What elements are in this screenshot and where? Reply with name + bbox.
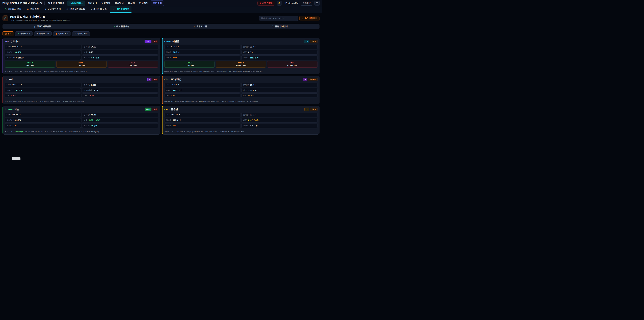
property-value: 완전 혼화 xyxy=(250,56,258,59)
nav-item[interactable]: 긴급구난 xyxy=(86,1,99,6)
property-cell: 분자량:16.04 xyxy=(242,83,318,87)
nav-item[interactable]: 보고자료 xyxy=(100,1,112,6)
bell-icon xyxy=(278,2,280,4)
property-grid: CAS:108-95-2분자량:94.11끓는점:181.7°C비중:1.07 … xyxy=(5,113,158,128)
property-cell: 비중(액체):0.42 xyxy=(242,88,318,93)
card-header: NH₃ 암모니아 G/GD독성 xyxy=(5,40,158,43)
property-cell: 용해도:84 g/L xyxy=(82,123,158,128)
substance-card[interactable]: NH₃ 암모니아 G/GD독성 CAS:7664-41-7분자량:17.03끓는… xyxy=(2,38,160,74)
property-label: CAS: xyxy=(166,114,170,116)
category-item[interactable]: ✎ 주요 물질 특성 xyxy=(82,25,161,28)
menu-button[interactable] xyxy=(314,1,320,6)
page-subtitle: SEBC 거동분류 · CHRIS/CAMEO DB · AEGL/ERPG/I… xyxy=(10,19,70,22)
property-value: N/A (불연) xyxy=(14,56,24,59)
classification-badge: G/GD xyxy=(144,40,151,43)
property-cell: 용해도:매우 높음 xyxy=(82,55,158,60)
app-title: 해양환경 위기대응 통합시스템 xyxy=(10,2,43,5)
search-input[interactable] xyxy=(259,16,298,21)
nav-item[interactable]: HNS·대기확산 xyxy=(67,1,85,6)
page-title: HNS 물질정보 데이터베이스 xyxy=(10,15,70,19)
top-navbar: Wing 해양환경 위기대응 통합시스템 유출유 확산예측HNS·대기확산긴급구… xyxy=(0,0,322,6)
property-cell: 비중:0.87 (부유) xyxy=(242,118,318,123)
user-name: Eunjeong Kim xyxy=(286,2,299,4)
sub-tab[interactable]: ◣ 확산모델 이론 xyxy=(88,6,109,13)
card-header: C₆H₅OH 페놀 S/SD독성 xyxy=(5,108,158,111)
sub-tab[interactable]: ▤ 분석 목록 xyxy=(24,6,41,13)
skull-icon: ☠ xyxy=(36,33,38,35)
chemical-formula: H₂ xyxy=(5,78,8,81)
property-value: 79°C xyxy=(14,125,18,127)
logout-button[interactable]: 로그아웃 xyxy=(301,1,313,6)
property-label: 분자량: xyxy=(84,84,90,86)
sub-tab-label: 시나리오 관리 xyxy=(48,8,61,11)
filter-chip[interactable]: ⚗ 유독성 액체 xyxy=(15,31,33,36)
filter-chip-label: 유독성 액체 xyxy=(20,32,30,35)
db-download-label: DB 다운로드 xyxy=(305,17,317,20)
substance-card[interactable]: CH₃OH 메탄올 ED인화성 CAS:67-56-1분자량:32.04끓는점:… xyxy=(162,38,320,74)
property-label: LFL: xyxy=(166,95,170,97)
nav-item[interactable]: 기상정보 xyxy=(137,1,150,6)
property-cell: CAS:108-95-2 xyxy=(5,113,81,117)
category-item[interactable]: ▦ SEBC 거동분류 xyxy=(3,25,82,28)
substance-card[interactable]: CH₄ LNG (메탄) G인화/폭발 CAS:74-82-8분자량:16.04… xyxy=(162,76,320,104)
sub-tab[interactable]: HNS 물질정보 xyxy=(110,6,132,13)
category-item[interactable]: 물질 상세검색 xyxy=(240,25,319,28)
filter-chip[interactable]: ☠ 유독성 가스 xyxy=(34,31,52,36)
substance-card[interactable]: H₂ 수소 G폭발 CAS:1333-74-0분자량:2.016끓는점:-252… xyxy=(2,76,160,104)
property-label: 인화점: xyxy=(6,124,12,127)
nav-item[interactable]: 통합조회 xyxy=(151,0,164,6)
property-label: 인화점: xyxy=(166,124,172,127)
category-item[interactable]: ⚡ 위험도 기준 xyxy=(161,25,240,28)
classification-badge: 독성 xyxy=(152,40,158,43)
property-cell: 인화점:11°C xyxy=(164,55,240,60)
threshold-label: ERPG-2 xyxy=(56,62,106,64)
filter-chip[interactable]: ☁ 인화성 가스 xyxy=(72,31,90,36)
property-grid: CAS:7664-41-7분자량:17.03끓는점:-33.4°C비중:0.73… xyxy=(5,45,158,60)
hazard-note: 해수면 부유 → 증발. 인화점 낮아(4°C) 화재 위험 상시. 석유화학 … xyxy=(164,129,318,133)
property-cell: 비중:0.79 xyxy=(242,50,318,55)
navbar-right: 사고 진행중 Eunjeong Kim 로그아웃 xyxy=(258,1,320,6)
property-value: -252.9°C xyxy=(14,89,22,92)
threshold-label: AEGL-2 xyxy=(164,62,214,64)
sub-tab[interactable]: ◫ HNS 대응매뉴얼 xyxy=(64,6,88,13)
threshold-value: 2,100 ppm xyxy=(164,64,214,67)
substance-card[interactable]: C₆H₅OH 페놀 S/SD독성 CAS:108-95-2분자량:94.11끓는… xyxy=(2,106,160,135)
nav-item[interactable]: 항공탐색 xyxy=(113,1,126,6)
hazard-note: 폭발 범위 극히 넓음(4~75%). 무색무취로 감지 불가. 극저온 액화수… xyxy=(5,99,158,103)
bolt-icon: ⚡ xyxy=(194,26,196,28)
property-value: 0.42 xyxy=(253,89,258,92)
property-value: -161.5°C xyxy=(173,89,182,92)
substance-card[interactable]: C₇H₈ 톨루엔 FE인화성 CAS:108-88-3분자량:92.14끓는점:… xyxy=(162,106,320,135)
page-header: HNS 물질정보 데이터베이스 SEBC 거동분류 · CHRIS/CAMEO … xyxy=(0,13,322,24)
property-value: 92.14 xyxy=(250,114,256,116)
property-value: 0.79 xyxy=(248,51,253,53)
nav-item[interactable]: 게시판 xyxy=(126,1,137,6)
card-header: H₂ 수소 G폭발 xyxy=(5,78,158,81)
chemical-formula: C₆H₅OH xyxy=(5,108,13,111)
property-label: 비중: xyxy=(84,119,88,122)
filter-chip[interactable]: 인화성 액체 xyxy=(53,31,71,36)
sub-tab[interactable]: ✎ 대기확산 분석 xyxy=(3,6,24,13)
property-cell: 비중:0.73 xyxy=(82,50,158,55)
property-value: 4°C xyxy=(173,125,176,127)
property-cell: 끓는점:-33.4°C xyxy=(5,50,81,55)
property-label: 끓는점: xyxy=(6,51,12,54)
property-label: 비중: xyxy=(243,51,247,54)
property-value: 67-56-1 xyxy=(171,46,179,48)
classification-badge: FE xyxy=(304,108,309,111)
clipboard-icon: ▤ xyxy=(27,8,29,10)
filter-chip[interactable]: ▤ 전체 xyxy=(2,31,14,36)
threshold-value: 1,000 ppm xyxy=(216,64,266,67)
nav-item[interactable]: 유출유 확산예측 xyxy=(46,1,66,6)
property-grid: CAS:67-56-1분자량:32.04끓는점:64.7°C비중:0.79인화점… xyxy=(164,45,318,60)
db-download-button[interactable]: DB 다운로드 xyxy=(299,16,320,21)
notifications-button[interactable] xyxy=(277,1,282,6)
threshold-value: 150 ppm xyxy=(56,64,106,67)
classification-badge: ED xyxy=(304,40,309,43)
bottom-left-widget[interactable] xyxy=(12,157,20,160)
classification-badge: G xyxy=(303,78,307,81)
property-cell: CAS:108-88-3 xyxy=(164,113,240,117)
property-value: 110.6°C xyxy=(173,119,180,121)
property-grid: CAS:108-88-3분자량:92.14끓는점:110.6°C비중:0.87 … xyxy=(164,113,318,128)
sub-tab[interactable]: ▦ 시나리오 관리 xyxy=(42,6,63,13)
